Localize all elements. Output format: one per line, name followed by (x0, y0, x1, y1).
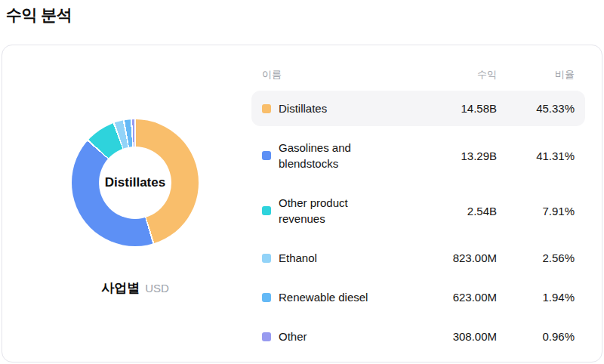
series-color-swatch (262, 151, 271, 160)
revenue-table: 이름 수익 비율 Distillates 14.58B 45.33% Gasol… (251, 45, 602, 362)
series-label: Renewable diesel (279, 289, 368, 305)
chart-caption: 사업별 USD (101, 279, 169, 297)
series-color-swatch (262, 332, 271, 341)
series-ratio: 7.91% (497, 205, 575, 217)
table-header-row: 이름 수익 비율 (251, 68, 585, 82)
table-row-other-product-revenues[interactable]: Other product revenues 2.54B 7.91% (251, 185, 585, 236)
series-ratio: 0.96% (497, 330, 575, 343)
series-label: Gasolines and blendstocks (279, 140, 392, 171)
header-ratio: 비율 (497, 68, 575, 82)
series-label: Distillates (279, 100, 327, 116)
series-label: Other (279, 329, 307, 344)
series-color-swatch (262, 254, 271, 263)
table-row-gasolines[interactable]: Gasolines and blendstocks 13.29B 41.31% (251, 130, 585, 181)
series-revenue: 13.29B (414, 150, 497, 162)
series-revenue: 623.00M (414, 291, 497, 304)
header-revenue: 수익 (414, 68, 497, 82)
series-ratio: 1.94% (497, 291, 575, 304)
table-row-ethanol[interactable]: Ethanol 823.00M 2.56% (251, 240, 585, 276)
revenue-analysis-card: Distillates 사업별 USD 이름 수익 비율 Distillates… (2, 45, 602, 362)
series-label: Ethanol (279, 250, 317, 266)
series-color-swatch (262, 104, 271, 113)
chart-grouping-label: 사업별 (101, 279, 140, 297)
series-revenue: 2.54B (414, 205, 497, 217)
series-color-swatch (262, 293, 271, 302)
table-row-renewable-diesel[interactable]: Renewable diesel 623.00M 1.94% (251, 279, 585, 315)
chart-currency-label: USD (145, 282, 169, 295)
table-row-distillates[interactable]: Distillates 14.58B 45.33% (251, 91, 585, 126)
series-ratio: 41.31% (497, 150, 575, 162)
series-revenue: 14.58B (414, 102, 497, 115)
donut-center-label: Distillates (105, 175, 165, 190)
series-color-swatch (262, 206, 271, 215)
series-revenue: 823.00M (414, 251, 497, 264)
header-name: 이름 (262, 68, 414, 82)
table-row-other[interactable]: Other 308.00M 0.96% (251, 319, 585, 354)
donut-hole: Distillates (99, 147, 171, 219)
series-revenue: 308.00M (414, 330, 497, 343)
chart-column: Distillates 사업별 USD (2, 45, 251, 362)
series-ratio: 2.56% (497, 251, 575, 264)
series-label: Other product revenues (279, 195, 392, 227)
page-title: 수익 분석 (0, 0, 604, 26)
donut-chart[interactable]: Distillates (72, 119, 199, 246)
series-ratio: 45.33% (497, 102, 575, 115)
